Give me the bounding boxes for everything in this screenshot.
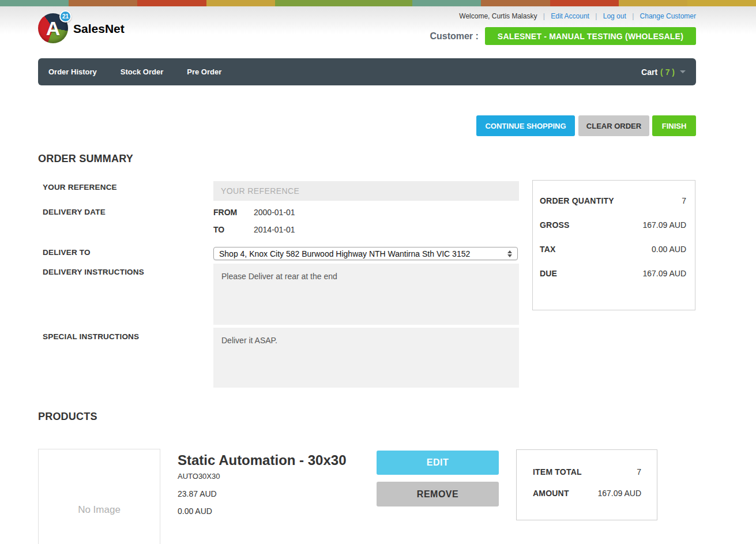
- deliver-to-select[interactable]: Shop 4, Knox City 582 Burwood Highway NT…: [213, 247, 518, 260]
- separator: |: [595, 12, 597, 20]
- from-date-value[interactable]: 2000-01-01: [254, 208, 295, 217]
- delivery-date-label: DELIVERY DATE: [43, 208, 106, 216]
- log-out-link[interactable]: Log out: [603, 12, 626, 20]
- your-reference-input[interactable]: [213, 181, 519, 201]
- change-customer-link[interactable]: Change Customer: [640, 12, 696, 20]
- finish-button[interactable]: FINISH: [652, 115, 696, 136]
- nav-item-stock-order[interactable]: Stock Order: [121, 67, 163, 76]
- product-price: 23.87 AUD: [178, 489, 217, 498]
- tax-label: TAX: [540, 245, 556, 254]
- amount-label: AMOUNT: [533, 489, 569, 498]
- special-instructions-textarea[interactable]: Deliver it ASAP.: [213, 328, 519, 388]
- edit-account-link[interactable]: Edit Account: [551, 12, 589, 20]
- from-label: FROM: [213, 208, 237, 217]
- nav-item-order-history[interactable]: Order History: [48, 67, 97, 76]
- welcome-text: Welcome, Curtis Malasky: [459, 12, 537, 20]
- due-label: DUE: [540, 269, 557, 278]
- separator: |: [543, 12, 545, 20]
- chevron-down-icon: [680, 70, 686, 73]
- due-row: DUE 167.09 AUD: [540, 269, 686, 278]
- order-summary-title: ORDER SUMMARY: [38, 153, 133, 165]
- due-value: 167.09 AUD: [643, 269, 687, 278]
- your-reference-label: YOUR REFERENCE: [43, 183, 117, 192]
- nav-item-pre-order[interactable]: Pre Order: [187, 67, 221, 76]
- cart-label: Cart: [641, 67, 657, 77]
- tax-value: 0.00 AUD: [652, 245, 686, 254]
- deliver-to-label: DELIVER TO: [43, 248, 91, 257]
- products-title: PRODUCTS: [38, 411, 97, 423]
- special-instructions-label: SPECIAL INSTRUCTIONS: [43, 332, 139, 341]
- logo-21-badge: 21: [59, 10, 72, 22]
- amount-row: AMOUNT 167.09 AUD: [533, 489, 641, 498]
- order-quantity-value: 7: [682, 196, 686, 205]
- tax-row: TAX 0.00 AUD: [540, 245, 686, 254]
- amount-value: 167.09 AUD: [598, 489, 642, 498]
- to-label: TO: [213, 225, 224, 234]
- product-code: AUTO30X30: [178, 472, 220, 481]
- salesnet-logo-icon[interactable]: A 21: [38, 13, 68, 43]
- deliver-to-selected-value: Shop 4, Knox City 582 Burwood Highway NT…: [219, 249, 504, 258]
- item-totals-panel: ITEM TOTAL 7 AMOUNT 167.09 AUD: [516, 449, 657, 520]
- customer-row: Customer : SALESNET - MANUAL TESTING (WH…: [430, 27, 696, 45]
- gross-row: GROSS 167.09 AUD: [540, 220, 686, 230]
- continue-shopping-button[interactable]: CONTINUE SHOPPING: [476, 115, 575, 136]
- account-links-bar: Welcome, Curtis Malasky | Edit Account |…: [459, 12, 696, 20]
- product-name: Static Automation - 30x30: [178, 452, 347, 468]
- order-quantity-label: ORDER QUANTITY: [540, 196, 614, 205]
- product-image-placeholder: No Image: [38, 449, 160, 544]
- delivery-instructions-label: DELIVERY INSTRUCTIONS: [43, 268, 144, 276]
- item-total-value: 7: [637, 467, 641, 477]
- cart-count: ( 7 ): [660, 67, 675, 77]
- item-total-label: ITEM TOTAL: [533, 467, 582, 477]
- salesnet-order-page: A 21 SalesNet Welcome, Curtis Malasky | …: [0, 0, 756, 544]
- separator: |: [632, 12, 634, 20]
- gross-label: GROSS: [540, 220, 570, 230]
- item-total-row: ITEM TOTAL 7: [533, 467, 641, 477]
- remove-product-button[interactable]: REMOVE: [377, 482, 499, 507]
- to-date-value[interactable]: 2014-01-01: [254, 225, 295, 234]
- customer-label: Customer :: [430, 31, 478, 42]
- edit-product-button[interactable]: EDIT: [377, 451, 499, 475]
- select-stepper-icon: [507, 250, 512, 257]
- product-discount: 0.00 AUD: [178, 507, 212, 516]
- top-stripe: [0, 0, 756, 6]
- gross-value: 167.09 AUD: [643, 220, 687, 230]
- order-totals-panel: ORDER QUANTITY 7 GROSS 167.09 AUD TAX 0.…: [532, 180, 695, 310]
- cart-dropdown[interactable]: Cart ( 7 ): [641, 67, 686, 77]
- brand-title: SalesNet: [73, 22, 125, 36]
- delivery-instructions-textarea[interactable]: Please Deliver at rear at the end: [213, 264, 519, 325]
- main-nav: Order History Stock Order Pre Order Cart…: [38, 58, 696, 85]
- order-quantity-row: ORDER QUANTITY 7: [540, 196, 686, 205]
- clear-order-button[interactable]: CLEAR ORDER: [578, 115, 649, 136]
- no-image-text: No Image: [78, 504, 121, 516]
- customer-select-button[interactable]: SALESNET - MANUAL TESTING (WHOLESALE): [485, 27, 696, 45]
